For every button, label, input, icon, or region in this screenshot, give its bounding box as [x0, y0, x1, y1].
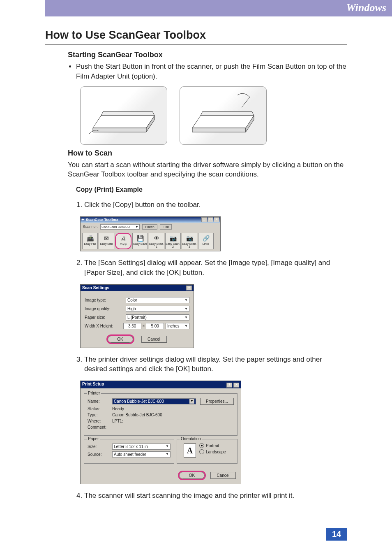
- paper-size-select[interactable]: L (Portrait) ▼: [126, 314, 189, 320]
- radio-icon: [199, 449, 204, 454]
- step-1: Click the [Copy] button on the toolbar.: [84, 200, 347, 210]
- scanner-front-figure: [80, 86, 167, 145]
- toolbar-easy-scan-1-button[interactable]: 👁Easy Scan-1: [149, 233, 164, 249]
- chevron-down-icon: ▼: [166, 452, 169, 457]
- scangear-titlebar: ✦ ScanGear Toolbox _ □ ×: [81, 217, 220, 223]
- toolbar-button-label: Easy Scan-1: [149, 242, 164, 248]
- paper-size-label: Paper size:: [85, 315, 126, 320]
- close-button[interactable]: ×: [214, 217, 219, 222]
- svg-marker-3: [101, 111, 154, 116]
- printer-fieldset: Printer Name: Canon Bubble-Jet BJC-600 ▼…: [84, 393, 238, 436]
- maximize-button[interactable]: □: [208, 217, 213, 222]
- scanner-illustrations: [80, 86, 347, 145]
- step-3: The printer driver settings dialog will …: [84, 355, 347, 374]
- chevron-down-icon: ▼: [189, 399, 194, 404]
- howtoscan-heading: How to Scan: [68, 149, 347, 158]
- starting-heading: Starting ScanGear Toolbox: [68, 51, 347, 59]
- svg-marker-1: [93, 128, 146, 132]
- scangear-title-text: ScanGear Toolbox: [86, 218, 118, 222]
- image-quality-label: Image quality:: [85, 307, 126, 311]
- title-rule: [45, 44, 347, 45]
- width-height-label: Width X Height:: [85, 324, 123, 328]
- easy-save-icon: 💾: [133, 234, 148, 242]
- page-title: How to Use ScanGear Toolbox: [45, 29, 347, 42]
- platen-tab[interactable]: Platen: [142, 224, 157, 230]
- easy-scan-2-icon: 📷: [166, 234, 180, 242]
- paper-source-label: Source:: [88, 452, 112, 457]
- status-label: Status:: [88, 406, 112, 411]
- copy-icon: 🖨: [116, 235, 131, 243]
- orientation-icon: A: [184, 444, 196, 457]
- print-setup-titlebar: Print Setup ? ×: [81, 381, 241, 388]
- svg-marker-0: [93, 116, 154, 128]
- orientation-fieldset: Orientation A Portrait: [177, 439, 238, 464]
- toolbar-button-label: Easy Mail: [99, 242, 114, 245]
- comment-label: Comment:: [88, 425, 112, 430]
- ok-button[interactable]: OK: [179, 472, 205, 479]
- height-input[interactable]: 5.00: [146, 323, 164, 329]
- toolbar-easy-scan-3-button[interactable]: 📷Easy Scan-3: [182, 233, 197, 249]
- close-button[interactable]: ×: [233, 383, 239, 388]
- width-input[interactable]: 3.50: [123, 323, 141, 329]
- paper-source-select[interactable]: Auto sheet feeder ▼: [112, 451, 171, 457]
- image-type-label: Image type:: [85, 298, 126, 302]
- ok-button[interactable]: OK: [108, 336, 133, 343]
- easy-mail-icon: ✉: [99, 234, 114, 242]
- scangear-toolbar: 📠Easy Fax✉Easy Mail🖨Copy💾Easy Save👁Easy …: [81, 231, 220, 251]
- minimize-button[interactable]: _: [201, 217, 207, 222]
- toolbar-copy-button[interactable]: 🖨Copy: [115, 233, 131, 249]
- printer-name-select[interactable]: Canon Bubble-Jet BJC-600 ▼: [112, 398, 196, 404]
- radio-icon: [199, 443, 204, 448]
- scanner-top-figure: [180, 86, 267, 145]
- step-4: The scanner will start scanning the imag…: [84, 491, 347, 501]
- scanner-select[interactable]: CanoScan D2400U ▼: [100, 224, 140, 230]
- toolbar-button-label: Easy Fax: [83, 242, 97, 245]
- easy-scan-3-icon: 📷: [182, 234, 197, 242]
- scanner-label: Scanner:: [83, 225, 98, 229]
- type-label: Type:: [88, 413, 112, 417]
- svg-marker-5: [192, 128, 246, 132]
- toolbar-links-button[interactable]: 🔗Links: [198, 233, 214, 249]
- unit-select[interactable]: Inches ▼: [166, 323, 189, 329]
- properties-button[interactable]: Properties...: [200, 398, 234, 405]
- toolbar-easy-mail-button[interactable]: ✉Easy Mail: [99, 233, 114, 249]
- chevron-down-icon: ▼: [184, 298, 188, 302]
- cancel-button[interactable]: Cancel: [210, 472, 236, 479]
- where-value: LPT1:: [112, 419, 123, 423]
- where-label: Where:: [88, 419, 112, 423]
- toolbar-easy-scan-2-button[interactable]: 📷Easy Scan-2: [165, 233, 181, 249]
- starting-bullet: Push the Start Button in front of the sc…: [76, 62, 347, 81]
- times-symbol: ×: [143, 324, 145, 328]
- step-2: The [Scan Settings] dialog will appear. …: [84, 258, 347, 278]
- landscape-radio[interactable]: Landscape: [199, 449, 226, 454]
- chevron-down-icon: ▼: [184, 316, 188, 319]
- platform-label: Windows: [45, 0, 392, 14]
- scangear-toolbox-window: ✦ ScanGear Toolbox _ □ × Scanner: CanoSc…: [80, 216, 221, 251]
- chevron-down-icon: ▼: [166, 444, 169, 449]
- paper-fieldset: Paper Size: Letter 8 1/2 x 11 in ▼ Sourc…: [84, 439, 174, 464]
- image-quality-select[interactable]: High ▼: [126, 306, 189, 312]
- copy-example-heading: Copy (Print) Example: [76, 186, 347, 193]
- easy-fax-icon: 📠: [83, 234, 97, 242]
- page-number: 14: [326, 528, 347, 541]
- portrait-radio[interactable]: Portrait: [199, 443, 226, 448]
- chevron-down-icon: ▼: [184, 324, 188, 328]
- paper-size-select[interactable]: Letter 8 1/2 x 11 in ▼: [112, 444, 171, 450]
- toolbar-button-label: Easy Scan-3: [182, 242, 197, 248]
- help-button[interactable]: ?: [226, 383, 232, 388]
- status-value: Ready: [112, 406, 124, 411]
- chevron-down-icon: ▼: [135, 225, 138, 229]
- cancel-button[interactable]: Cancel: [141, 336, 167, 343]
- top-bar: Windows: [45, 0, 392, 16]
- svg-marker-7: [201, 111, 254, 116]
- printer-name-label: Name:: [88, 399, 112, 404]
- toolbar-easy-save-button[interactable]: 💾Easy Save: [132, 233, 148, 249]
- toolbar-button-label: Easy Scan-2: [166, 242, 180, 248]
- type-value: Canon Bubble-Jet BJC-600: [112, 413, 162, 417]
- links-icon: 🔗: [198, 234, 213, 242]
- image-type-select[interactable]: Color ▼: [126, 297, 189, 303]
- film-tab[interactable]: Film: [160, 224, 172, 230]
- chevron-down-icon: ▼: [184, 307, 188, 311]
- close-button[interactable]: ×: [186, 286, 192, 290]
- toolbar-easy-fax-button[interactable]: 📠Easy Fax: [82, 233, 98, 249]
